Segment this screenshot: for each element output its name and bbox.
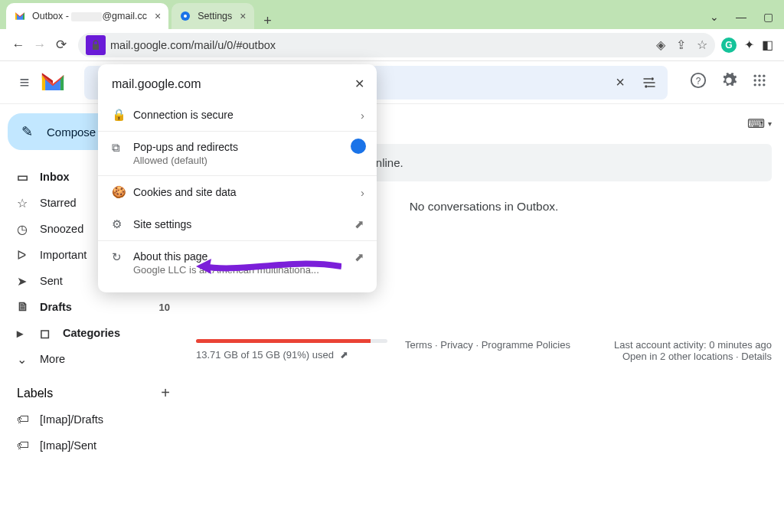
popup-sublabel: Google LLC is an American multinationa..… [133,264,319,276]
labels-title: Labels [17,387,53,400]
reload-icon[interactable]: ⟳ [51,37,72,53]
popup-label: Site settings [133,218,191,230]
maximize-icon[interactable]: ▢ [763,11,773,23]
popup-row-cookies[interactable]: 🍪 Cookies and site data › [98,176,377,208]
add-label-icon[interactable]: + [161,384,170,402]
sidebar-item-categories[interactable]: ▸ ◻ Categories [0,320,184,346]
apps-icon[interactable] [744,73,775,92]
svg-point-8 [763,75,765,77]
settings-icon[interactable] [714,72,744,93]
omnibox[interactable]: mail.google.com/mail/u/0/#outbox ◈ ⇪ ☆ [78,33,715,57]
tab-title: Settings [198,11,232,21]
popup-row-secure[interactable]: 🔒 Connection is secure › [98,99,377,131]
open-link-icon[interactable]: ⬈ [340,349,348,361]
label-item[interactable]: 🏷 [Imap]/Sent [0,432,184,459]
lock-icon: 🔒 [112,108,133,122]
tab-gmail[interactable]: Outbox - @gmail.cc × [6,3,168,29]
sidebar-item-drafts[interactable]: 🗎 Drafts 10 [0,294,184,320]
forward-icon[interactable]: → [29,38,51,53]
quota-text: 13.71 GB of 15 GB (91%) used [196,349,334,361]
compose-label: Compose [47,126,96,139]
help-icon[interactable]: ? [683,72,714,93]
window-controls: ⌄ — ▢ [710,11,778,29]
tab-close-icon[interactable]: × [155,10,161,22]
site-info-popup: mail.google.com ✕ 🔒 Connection is secure… [98,64,377,292]
footer: 13.71 GB of 15 GB (91%) used ⬈ Terms · P… [196,339,772,362]
gmail-logo[interactable] [40,73,66,93]
svg-point-9 [754,79,756,81]
svg-text:?: ? [696,76,701,86]
label-text: [Imap]/Drafts [40,413,103,426]
clear-search-icon[interactable]: × [616,73,625,91]
svg-point-14 [763,83,765,86]
popup-icon: ⧉ [112,141,133,155]
label-icon: 🏷 [17,413,40,426]
svg-point-11 [763,79,765,81]
labels-header: Labels + [0,372,184,406]
star-icon[interactable]: ☆ [697,38,707,52]
refresh-info-icon: ↻ [112,250,133,264]
storage-quota: 13.71 GB of 15 GB (91%) used ⬈ [196,339,387,361]
input-tools-icon[interactable]: ⌨ [747,116,765,131]
settings-favicon [179,10,191,22]
quota-bar [196,339,387,343]
chevron-right-icon: › [361,186,364,199]
popup-row-popups[interactable]: ⧉ Pop-ups and redirects Allowed (default… [98,132,377,175]
sidebar-label: More [40,353,65,365]
footer-activity: Last account activity: 0 minutes ago Ope… [588,339,772,362]
tag-icon: ◻ [40,326,63,341]
popup-label: About this page [133,250,319,263]
svg-point-1 [184,15,187,18]
file-icon: 🗎 [17,300,40,314]
quota-fill [196,339,371,343]
sidebar-label: Snoozed [40,223,83,235]
eye-icon[interactable]: ◈ [656,38,665,52]
address-bar: ← → ⟳ mail.google.com/mail/u/0/#outbox ◈… [0,29,784,61]
footer-policies[interactable]: Terms · Privacy · Programme Policies [403,339,573,351]
extensions-icon[interactable]: ✦ [740,38,758,52]
browser-titlebar: Outbox - @gmail.cc × Settings × + ⌄ — ▢ [0,0,784,29]
chevron-right-icon: ▸ [17,326,40,341]
popup-row-site-settings[interactable]: ⚙ Site settings ⬈ [98,208,377,240]
share-icon[interactable]: ⇪ [676,38,686,52]
popup-label: Cookies and site data [133,186,237,198]
redacted-text [71,12,102,21]
gmail-favicon [14,10,26,22]
new-tab-button[interactable]: + [257,13,279,29]
menu-icon[interactable]: ≡ [9,73,40,93]
sent-icon: ➤ [17,274,40,289]
popup-sublabel: Allowed (default) [133,155,238,166]
tab-settings[interactable]: Settings × [172,3,253,29]
back-icon[interactable]: ← [8,38,29,53]
chevron-right-icon: › [361,109,364,122]
dropdown-icon[interactable]: ▾ [768,119,772,128]
close-icon[interactable]: ✕ [354,77,364,91]
activity-line: Last account activity: 0 minutes ago [588,339,772,351]
cookie-icon: 🍪 [112,185,133,199]
sidebar-label: Important [40,249,87,261]
sidebar-item-more[interactable]: ⌄ More [0,346,184,372]
sidebar-label: Starred [40,197,77,209]
gear-icon: ⚙ [112,217,133,231]
url-text: mail.google.com/mail/u/0/#outbox [110,39,276,51]
svg-point-6 [754,75,756,77]
tab-close-icon[interactable]: × [240,10,246,22]
sidebar-label: Categories [63,327,120,339]
site-info-button[interactable] [86,35,106,55]
svg-point-12 [754,83,756,86]
star-icon: ☆ [17,196,40,211]
clock-icon: ◷ [17,222,40,237]
label-item[interactable]: 🏷 [Imap]/Drafts [0,406,184,432]
activity-line[interactable]: Open in 2 other locations · Details [588,351,772,362]
minimize-icon[interactable]: — [736,11,746,23]
important-icon: ᐅ [17,248,40,263]
sidebar-label: Inbox [40,171,70,183]
popup-row-about[interactable]: ↻ About this page Google LLC is an Ameri… [98,241,377,285]
empty-text: No conversations in Outbox. [410,200,559,213]
popup-label: Connection is secure [133,109,234,121]
chevron-down-icon[interactable]: ⌄ [710,11,719,23]
inbox-icon: ▭ [17,170,40,184]
sidepanel-icon[interactable]: ◧ [758,38,776,52]
grammarly-icon[interactable]: G [721,38,740,53]
search-options-icon[interactable] [642,75,657,94]
